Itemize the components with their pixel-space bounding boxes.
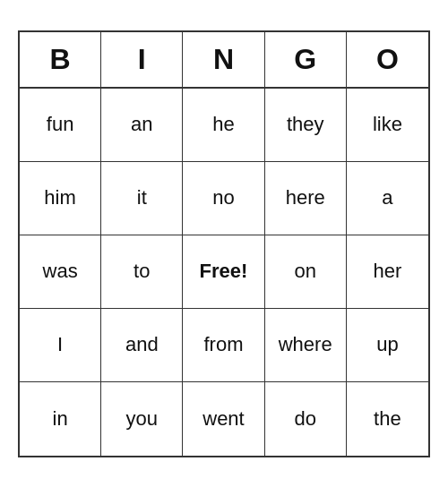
bingo-cell-5[interactable]: him xyxy=(20,162,101,235)
bingo-header: B I N G O xyxy=(20,32,428,89)
bingo-card: B I N G O funanhetheylikehimitnohereawas… xyxy=(18,30,430,457)
bingo-cell-15[interactable]: I xyxy=(20,309,101,382)
bingo-cell-8[interactable]: here xyxy=(265,162,347,235)
bingo-cell-21[interactable]: you xyxy=(101,382,183,456)
bingo-cell-4[interactable]: like xyxy=(347,89,428,162)
bingo-cell-10[interactable]: was xyxy=(20,235,101,309)
bingo-cell-7[interactable]: no xyxy=(183,162,264,235)
bingo-cell-3[interactable]: they xyxy=(265,89,347,162)
header-n: N xyxy=(183,32,264,87)
bingo-cell-16[interactable]: and xyxy=(101,309,183,382)
bingo-cell-20[interactable]: in xyxy=(20,382,101,456)
bingo-cell-24[interactable]: the xyxy=(347,382,428,456)
bingo-cell-22[interactable]: went xyxy=(183,382,264,456)
header-b: B xyxy=(20,32,101,87)
bingo-cell-2[interactable]: he xyxy=(183,89,264,162)
bingo-cell-18[interactable]: where xyxy=(265,309,347,382)
header-o: O xyxy=(347,32,428,87)
bingo-cell-19[interactable]: up xyxy=(347,309,428,382)
bingo-cell-14[interactable]: her xyxy=(347,235,428,309)
bingo-cell-13[interactable]: on xyxy=(265,235,347,309)
header-g: G xyxy=(265,32,347,87)
bingo-cell-12[interactable]: Free! xyxy=(183,235,264,309)
bingo-cell-0[interactable]: fun xyxy=(20,89,101,162)
bingo-cell-11[interactable]: to xyxy=(101,235,183,309)
header-i: I xyxy=(101,32,183,87)
bingo-grid: funanhetheylikehimitnohereawastoFree!onh… xyxy=(20,89,428,456)
bingo-cell-1[interactable]: an xyxy=(101,89,183,162)
bingo-cell-23[interactable]: do xyxy=(265,382,347,456)
bingo-cell-6[interactable]: it xyxy=(101,162,183,235)
bingo-cell-17[interactable]: from xyxy=(183,309,264,382)
bingo-cell-9[interactable]: a xyxy=(347,162,428,235)
